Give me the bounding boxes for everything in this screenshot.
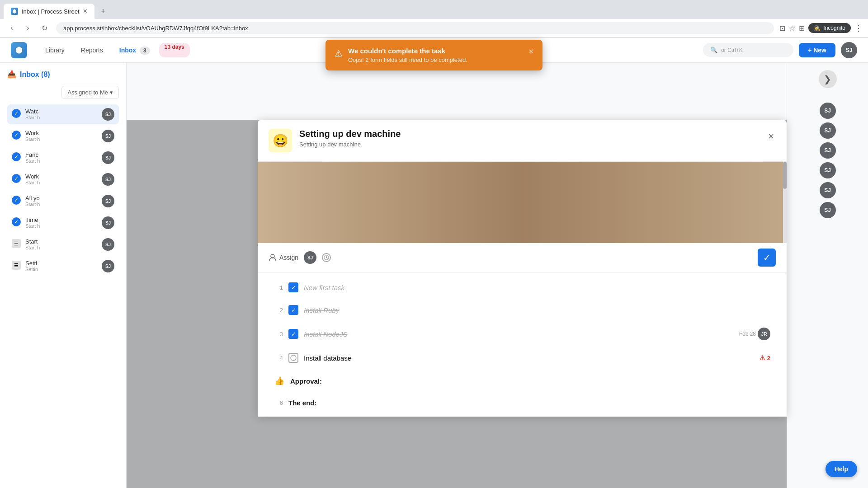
back-button[interactable]: ‹	[5, 22, 18, 34]
sidebar-item-3[interactable]: ✓ Work Start h SJ	[7, 169, 119, 189]
check-icon-2: ✓	[12, 152, 21, 161]
task-row-2[interactable]: 2 Install Ruby	[269, 299, 776, 321]
toast-subtitle: Oops! 2 form fields still need to be com…	[348, 56, 523, 63]
task-checkbox-2[interactable]	[288, 305, 298, 315]
task-label-end: The end:	[288, 399, 317, 407]
task-label-4: Install database	[304, 354, 754, 362]
forward-button[interactable]: ›	[22, 22, 34, 34]
search-icon: 🔍	[710, 47, 717, 53]
tab-title: Inbox | Process Street	[22, 8, 80, 15]
task-num-2: 2	[274, 307, 283, 314]
extension-icon: ⊞	[799, 24, 805, 33]
task-checkbox-3[interactable]	[288, 329, 298, 339]
incognito-icon: 🕵	[814, 25, 821, 31]
app-logo	[11, 42, 27, 58]
sidebar-label-5: Time	[25, 216, 97, 223]
new-button[interactable]: + New	[799, 43, 835, 57]
svg-point-2	[291, 355, 296, 361]
task-row-1[interactable]: 1 New first task	[269, 276, 776, 299]
check-icon-5: ✓	[12, 217, 21, 226]
new-tab-button[interactable]: +	[96, 5, 110, 18]
modal-close-button[interactable]: ×	[766, 129, 776, 144]
modal-subtitle: Setting up dev machine	[299, 141, 759, 148]
address-bar[interactable]: app.process.st/inbox/checklist/vOAUbgRDW…	[56, 22, 774, 34]
url-text: app.process.st/inbox/checklist/vOAUbgRDW…	[63, 25, 248, 32]
nav-library[interactable]: Library	[38, 43, 72, 57]
sidebar-label-3: Work	[25, 173, 97, 180]
task-row-3[interactable]: 3 Install NodeJS Feb 28 JR	[269, 321, 776, 347]
incognito-button[interactable]: 🕵 Incognito	[808, 23, 851, 33]
right-avatar-1: SJ	[820, 122, 836, 139]
content-area: 😀 Setting up dev machine Setting up dev …	[127, 63, 787, 488]
search-bar[interactable]: 🔍 or Ctrl+K	[703, 43, 793, 57]
chevron-down-icon: ▾	[110, 89, 113, 96]
assign-label: Assign	[279, 254, 298, 261]
task-num-end: 6	[274, 399, 283, 406]
tab-close-button[interactable]: ×	[83, 7, 87, 15]
next-arrow-button[interactable]: ❯	[819, 70, 837, 88]
sidebar-item-6[interactable]: ☰ Start Start h SJ	[7, 235, 119, 254]
bookmark-icon[interactable]: ☆	[789, 24, 795, 33]
modal-hero-image	[258, 162, 787, 243]
sidebar-item-4[interactable]: ✓ All yo Start h SJ	[7, 191, 119, 211]
sidebar-label-0: Watc	[25, 108, 97, 115]
task-checkbox-1[interactable]	[288, 282, 298, 292]
user-avatar[interactable]: SJ	[841, 42, 857, 58]
active-tab[interactable]: Inbox | Process Street ×	[4, 4, 94, 19]
modal-scrollbar[interactable]	[783, 162, 787, 243]
sidebar-avatar-3: SJ	[102, 173, 114, 186]
modal-title: Setting up dev machine	[299, 129, 759, 139]
check-icon-3: ✓	[12, 174, 21, 183]
sidebar-sub-0: Start h	[25, 115, 97, 120]
sidebar-item-1[interactable]: ✓ Work Start h SJ	[7, 126, 119, 146]
assign-button[interactable]: Assign	[269, 253, 298, 262]
modal: 😀 Setting up dev machine Setting up dev …	[258, 120, 787, 417]
list-icon-6: ☰	[12, 239, 21, 248]
task-row-4[interactable]: 4 Install database ⚠ 2	[269, 347, 776, 369]
sidebar-sub-4: Start h	[25, 202, 97, 207]
person-icon	[269, 253, 277, 262]
sidebar-sub-5: Start h	[25, 223, 97, 229]
task-checkbox-4[interactable]	[288, 353, 298, 363]
thumbs-up-icon: 👍	[274, 375, 285, 386]
sidebar-item-2[interactable]: ✓ Fanc Start h SJ	[7, 148, 119, 168]
toast-close-button[interactable]: ×	[528, 47, 533, 56]
task-row-end[interactable]: 6 The end:	[269, 393, 776, 413]
assigned-filter[interactable]: Assigned to Me ▾	[61, 86, 119, 99]
sidebar-sub-2: Start h	[25, 158, 97, 164]
check-icon-0: ✓	[12, 109, 21, 118]
help-button[interactable]: Help	[826, 461, 857, 477]
list-icon-7: ☰	[12, 261, 21, 270]
sidebar-avatar-1: SJ	[102, 130, 114, 142]
sidebar-label-1: Work	[25, 130, 97, 136]
sidebar-title: 📥 Inbox (8)	[7, 70, 119, 79]
toast-content: We couldn't complete the task Oops! 2 fo…	[348, 47, 523, 63]
refresh-button[interactable]: ↻	[38, 22, 51, 34]
clock-icon[interactable]	[322, 253, 331, 262]
task-num-1: 1	[274, 284, 283, 291]
sidebar-label-2: Fanc	[25, 151, 97, 158]
sidebar-label-7: Setti	[25, 260, 97, 267]
assignee-avatar[interactable]: SJ	[304, 251, 316, 264]
approval-row: 👍 Approval:	[269, 369, 776, 393]
search-placeholder: or Ctrl+K	[721, 47, 743, 53]
sidebar-item-5[interactable]: ✓ Time Start h SJ	[7, 213, 119, 233]
sidebar-avatar-7: SJ	[102, 260, 114, 272]
toast-notification: ⚠ We couldn't complete the task Oops! 2 …	[326, 40, 542, 70]
modal-header: 😀 Setting up dev machine Setting up dev …	[258, 120, 787, 162]
sidebar-label-4: All yo	[25, 195, 97, 202]
task-num-4: 4	[274, 355, 283, 361]
tab-favicon	[11, 8, 18, 15]
approval-label: Approval:	[290, 377, 322, 385]
nav-reports[interactable]: Reports	[74, 43, 110, 57]
task-list: 1 New first task 2 Install Ruby 3 Instal…	[258, 272, 787, 417]
sidebar-item-7[interactable]: ☰ Setti Settin SJ	[7, 256, 119, 276]
toast-title: We couldn't complete the task	[348, 47, 523, 55]
menu-icon[interactable]: ⋮	[854, 23, 863, 33]
complete-button[interactable]: ✓	[758, 249, 776, 267]
right-avatar-4: SJ	[820, 182, 836, 198]
toast-warning-icon: ⚠	[335, 48, 343, 59]
task-num-3: 3	[274, 331, 283, 338]
nav-inbox[interactable]: Inbox 8	[112, 43, 157, 57]
sidebar-item-0[interactable]: ✓ Watc Start h SJ	[7, 104, 119, 124]
